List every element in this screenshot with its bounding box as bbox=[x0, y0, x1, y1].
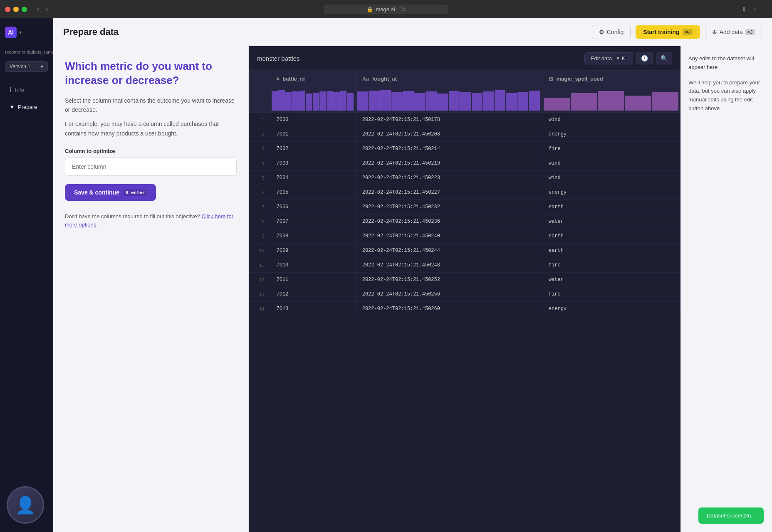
cell-battle-id: 7006 bbox=[270, 200, 355, 214]
bar-segment bbox=[506, 93, 517, 111]
table-row: 9 7008 2022-02-24T02:15:21.450240 earth bbox=[249, 229, 680, 244]
cell-fought-at: 2022-02-24T02:15:21.450244 bbox=[355, 244, 542, 258]
prepare-icon: ✦ bbox=[9, 103, 15, 111]
url-text: mage.ai bbox=[376, 6, 395, 12]
add-data-button[interactable]: ⊕ Add data ⌘J bbox=[705, 25, 762, 39]
bar-segment bbox=[369, 91, 380, 111]
cell-fought-at: 2022-02-24T02:15:21.450252 bbox=[355, 273, 542, 287]
cell-magic-spell: earth bbox=[542, 244, 680, 258]
histogram-battle-id bbox=[270, 87, 355, 113]
download-icon[interactable]: ⬇ bbox=[741, 5, 747, 13]
save-continue-label: Save & continue bbox=[74, 189, 119, 196]
cell-battle-id: 7012 bbox=[270, 287, 355, 302]
cell-magic-spell: wind bbox=[542, 156, 680, 171]
panel-desc-2: For example, you may have a column calle… bbox=[65, 119, 237, 138]
bar-segment bbox=[437, 94, 448, 111]
data-actions: Edit data ⌘ K 🕐 🔍 bbox=[584, 52, 672, 64]
plus-icon: ⊕ bbox=[712, 29, 717, 35]
nav-buttons: ‹ › bbox=[35, 4, 50, 15]
panel-heading: Which metric do you want to increase or … bbox=[65, 59, 237, 88]
clock-icon-button[interactable]: 🕐 bbox=[636, 52, 653, 64]
config-button[interactable]: ⚙ Config bbox=[592, 25, 631, 39]
bar-segment bbox=[598, 91, 624, 111]
cell-fought-at: 2022-02-24T02:15:21.450236 bbox=[355, 214, 542, 229]
bar-segment bbox=[306, 94, 312, 111]
title-bar: ‹ › 🔒 mage.ai ↻ ⬇ ↑ + bbox=[0, 0, 772, 18]
data-panel: monster battles Edit data ⌘ K 🕐 🔍 bbox=[249, 46, 680, 532]
col-battle-id-label: battle_id bbox=[282, 76, 304, 82]
sidebar-item-prepare[interactable]: ✦ Prepare bbox=[2, 99, 50, 115]
bar-segment bbox=[347, 93, 354, 111]
table-container[interactable]: # battle_id Aa fought_at ⊞ magic_spell_u… bbox=[249, 71, 680, 532]
version-label: Version 1 bbox=[10, 64, 30, 69]
reload-icon[interactable]: ↻ bbox=[401, 6, 406, 12]
add-data-label: Add data bbox=[720, 29, 743, 35]
cell-battle-id: 7003 bbox=[270, 156, 355, 171]
save-continue-button[interactable]: Save & continue ⌘ enter bbox=[65, 184, 156, 201]
bar-segment bbox=[483, 91, 494, 111]
cell-fought-at: 2022-02-24T02:15:21.450232 bbox=[355, 200, 542, 214]
cell-magic-spell: wind bbox=[542, 113, 680, 127]
edit-data-label: Edit data bbox=[591, 55, 612, 62]
bar-segment bbox=[319, 91, 326, 111]
cell-battle-id: 7000 bbox=[270, 113, 355, 127]
address-bar-area: 🔒 mage.ai ↻ bbox=[324, 5, 448, 14]
cell-magic-spell: fire bbox=[542, 142, 680, 156]
table-row: 12 7011 2022-02-24T02:15:21.450252 water bbox=[249, 273, 680, 287]
histogram-bar-magic-spell bbox=[542, 87, 680, 112]
cell-magic-spell: fire bbox=[542, 287, 680, 302]
col-header-fought-at[interactable]: Aa fought_at bbox=[355, 71, 542, 87]
forward-button[interactable]: › bbox=[44, 4, 49, 15]
minimize-button[interactable] bbox=[13, 7, 19, 12]
row-num: 3 bbox=[249, 142, 270, 156]
logo-chevron-icon[interactable]: ▾ bbox=[19, 30, 22, 35]
sidebar-project-name: recommendations_rank_1645683107052 bbox=[0, 47, 53, 58]
cell-magic-spell: wind bbox=[542, 171, 680, 185]
row-num: 8 bbox=[249, 214, 270, 229]
version-select[interactable]: Version 1 ▾ bbox=[5, 61, 48, 72]
sidebar-item-info[interactable]: ℹ Info bbox=[2, 82, 50, 98]
fullscreen-button[interactable] bbox=[22, 7, 27, 12]
logo-mark: AI bbox=[5, 27, 17, 38]
bar-segment bbox=[652, 92, 678, 111]
cell-magic-spell: energy bbox=[542, 127, 680, 142]
traffic-lights bbox=[5, 7, 27, 12]
bar-segment bbox=[625, 96, 651, 111]
content-body: Which metric do you want to increase or … bbox=[53, 46, 772, 532]
bar-segment bbox=[449, 91, 460, 111]
logo-text: AI bbox=[8, 29, 14, 36]
start-training-button[interactable]: Start training ⌘↵ bbox=[636, 25, 700, 39]
row-num: 12 bbox=[249, 273, 270, 287]
no-column-period: . bbox=[96, 222, 98, 228]
table-row: 3 7002 2022-02-24T02:15:21.450214 fire bbox=[249, 142, 680, 156]
cell-fought-at: 2022-02-24T02:15:21.450223 bbox=[355, 171, 542, 185]
toast-label: Dataset successfu... bbox=[707, 512, 755, 519]
address-bar[interactable]: 🔒 mage.ai ↻ bbox=[324, 5, 448, 14]
table-row: 14 7013 2022-02-24T02:15:21.450260 energ… bbox=[249, 302, 680, 316]
hash-icon: # bbox=[277, 76, 280, 82]
bar-segment bbox=[292, 91, 299, 111]
cell-battle-id: 7010 bbox=[270, 258, 355, 273]
sidebar-item-prepare-label: Prepare bbox=[18, 104, 37, 110]
sidebar-nav: ℹ Info ✦ Prepare bbox=[0, 82, 53, 115]
bar-segment bbox=[340, 91, 347, 111]
column-input[interactable] bbox=[72, 163, 230, 170]
col-header-battle-id[interactable]: # battle_id bbox=[270, 71, 355, 87]
add-tab-icon[interactable]: + bbox=[763, 5, 767, 13]
row-num: 10 bbox=[249, 244, 270, 258]
no-column-prefix: Don't have the columns required to fill … bbox=[65, 213, 200, 219]
share-icon[interactable]: ↑ bbox=[753, 5, 757, 13]
bar-segment bbox=[426, 91, 437, 111]
column-input-wrapper bbox=[65, 158, 237, 176]
cell-magic-spell: energy bbox=[542, 185, 680, 200]
close-button[interactable] bbox=[5, 7, 10, 12]
edit-data-button[interactable]: Edit data ⌘ K bbox=[584, 52, 633, 64]
row-num: 11 bbox=[249, 258, 270, 273]
bar-segment bbox=[460, 92, 471, 111]
search-icon-button[interactable]: 🔍 bbox=[656, 52, 672, 64]
col-header-magic-spell[interactable]: ⊞ magic_spell_used bbox=[542, 71, 680, 87]
title-bar-right: ⬇ ↑ + bbox=[741, 5, 767, 13]
back-button[interactable]: ‹ bbox=[35, 4, 41, 15]
cell-battle-id: 7005 bbox=[270, 185, 355, 200]
grid-icon: ⊞ bbox=[549, 76, 553, 82]
